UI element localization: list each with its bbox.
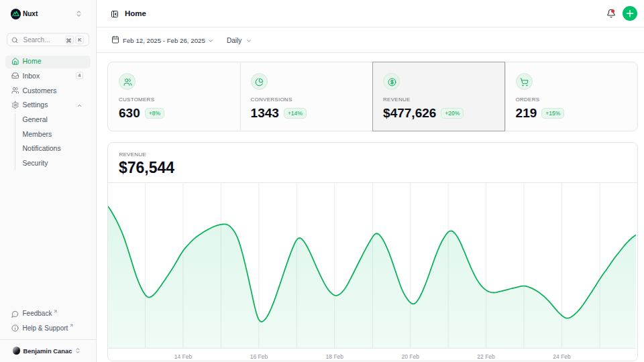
svg-text:14 Feb: 14 Feb xyxy=(174,353,192,360)
svg-text:22 Feb: 22 Feb xyxy=(477,353,495,360)
svg-text:16 Feb: 16 Feb xyxy=(250,353,268,360)
svg-text:20 Feb: 20 Feb xyxy=(401,353,419,360)
svg-text:18 Feb: 18 Feb xyxy=(325,353,343,360)
svg-text:24 Feb: 24 Feb xyxy=(553,353,571,360)
